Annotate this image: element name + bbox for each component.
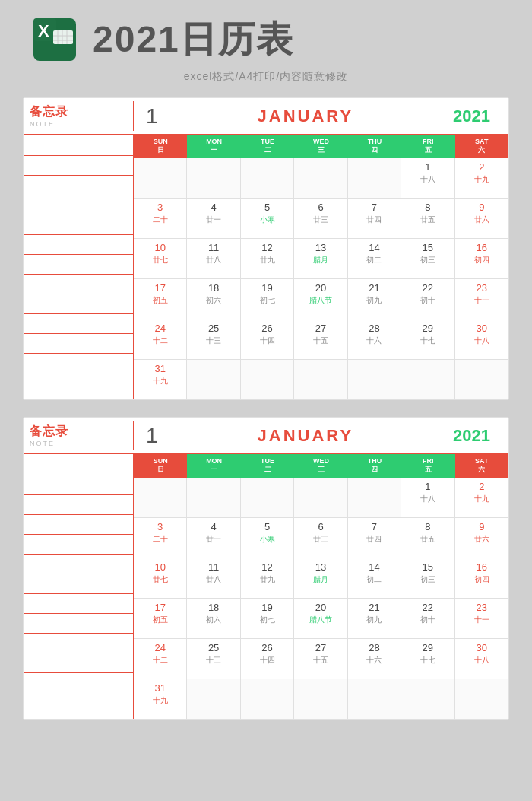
day-cell: 23十一 <box>455 279 508 319</box>
day-cn-label: 十五 <box>313 335 328 346</box>
day-cn-label: 二十 <box>153 534 168 545</box>
day-cell: 17初五 <box>134 279 187 319</box>
day-number: 16 <box>477 561 487 573</box>
day-number: 12 <box>261 561 272 573</box>
day-number: 13 <box>315 242 326 253</box>
day-cell: 24十二 <box>134 319 187 359</box>
day-cell <box>241 158 294 198</box>
day-cell: 5小寒 <box>241 518 294 558</box>
day-cell: 12廿九 <box>241 558 294 598</box>
cal-top-2: 备忘录 NOTE 1 JANUARY 2021 <box>24 418 508 454</box>
day-cell <box>455 360 508 399</box>
note-line <box>24 156 133 176</box>
day-number: 29 <box>423 642 433 653</box>
day-cell: 3二十 <box>134 518 187 558</box>
day-cn-label: 廿一 <box>206 215 221 225</box>
day-cell: 9廿六 <box>455 518 508 558</box>
weeks-container-2: 1十八2十九3二十4廿一5小寒6廿三7廿四8廿五9廿六10廿七11廿八12廿九1… <box>134 478 508 719</box>
day-number: 4 <box>211 521 217 532</box>
day-header-sat: SAT六 <box>455 135 508 158</box>
week-row: 24十二25十三26十四27十五28十六29十七30十八 <box>134 319 508 360</box>
day-cell: 15初三 <box>401 558 454 598</box>
day-cn-label: 十八 <box>420 494 435 504</box>
week-row: 31十九 <box>134 360 508 399</box>
day-cell <box>187 679 240 719</box>
note-section-2: 备忘录 NOTE <box>24 421 134 450</box>
day-cell: 29十七 <box>401 639 454 679</box>
day-cell: 28十六 <box>348 319 401 359</box>
day-cn-label: 十六 <box>366 655 382 666</box>
day-header-tue-2: TUE二 <box>241 454 294 478</box>
day-cn-label: 十三 <box>206 655 221 666</box>
day-number: 5 <box>264 202 270 213</box>
day-cell: 1十八 <box>401 478 454 517</box>
day-number: 28 <box>369 323 379 334</box>
day-number: 27 <box>315 323 326 334</box>
page-header: X 2021日历表 <box>30 15 294 64</box>
day-cell: 28十六 <box>348 639 401 679</box>
day-number: 16 <box>477 242 487 253</box>
day-cn-label: 廿三 <box>313 534 328 545</box>
day-number: 11 <box>208 242 219 253</box>
day-headers-2: SUN日 MON一 TUE二 WED三 THU四 FRI五 SA <box>134 454 508 478</box>
day-cn-label: 廿八 <box>206 255 221 265</box>
day-cell: 25十三 <box>187 319 240 359</box>
day-cn-label: 腊月 <box>313 255 328 265</box>
page-title: 2021日历表 <box>93 15 294 64</box>
day-cell <box>348 679 401 719</box>
day-cn-label: 十五 <box>313 655 328 666</box>
day-cn-label: 十一 <box>474 295 489 306</box>
day-header-sat-2: SAT六 <box>455 454 508 478</box>
day-cn-label: 十三 <box>206 335 221 346</box>
day-cn-label: 廿四 <box>366 215 382 225</box>
day-cell: 13腊月 <box>294 239 347 278</box>
day-cell <box>294 360 347 399</box>
day-cn-label: 腊八节 <box>309 295 332 306</box>
day-number: 26 <box>261 642 272 653</box>
day-cell: 7廿四 <box>348 518 401 558</box>
day-cell: 7廿四 <box>348 199 401 238</box>
day-header-wed-2: WED三 <box>294 454 347 478</box>
day-header-wed: WED三 <box>294 135 347 158</box>
week-row: 3二十4廿一5小寒6廿三7廿四8廿五9廿六 <box>134 199 508 239</box>
day-cell <box>401 679 454 719</box>
svg-rect-3 <box>53 30 73 44</box>
cal-year-2: 2021 <box>453 426 490 446</box>
cal-body-2: SUN日 MON一 TUE二 WED三 THU四 FRI五 SA <box>24 454 508 719</box>
note-subtitle-2: NOTE <box>30 440 127 447</box>
day-number: 31 <box>154 363 165 374</box>
note-line <box>24 475 133 495</box>
week-row: 17初五18初六19初七20腊八节21初九22初十23十一 <box>134 599 508 639</box>
day-number: 19 <box>261 282 272 294</box>
day-number: 10 <box>154 242 165 253</box>
note-line <box>24 535 133 555</box>
day-number: 30 <box>477 323 487 334</box>
day-cn-label: 十九 <box>474 174 489 185</box>
day-cell: 21初九 <box>348 599 401 638</box>
cal-year-1: 2021 <box>453 106 490 126</box>
day-number: 20 <box>315 602 326 613</box>
day-cn-label: 廿六 <box>474 534 489 545</box>
day-number: 20 <box>315 282 326 294</box>
day-header-fri: FRI五 <box>401 135 454 158</box>
note-line <box>24 334 133 354</box>
day-cn-label: 十七 <box>420 655 435 666</box>
day-number: 15 <box>423 561 433 573</box>
day-cn-label: 十九 <box>153 376 168 386</box>
note-line <box>24 354 133 373</box>
day-header-tue: TUE二 <box>241 135 294 158</box>
cal-header-info-2: 1 JANUARY 2021 <box>134 424 502 448</box>
note-lines-1 <box>24 135 134 399</box>
day-cell: 8廿五 <box>401 518 454 558</box>
note-line <box>24 275 133 294</box>
day-cell <box>294 158 347 198</box>
day-cn-label: 廿九 <box>260 255 275 265</box>
day-number: 10 <box>154 561 165 573</box>
day-cn-label: 十二 <box>153 655 168 666</box>
day-cell: 4廿一 <box>187 518 240 558</box>
note-line <box>24 235 133 255</box>
day-number: 3 <box>157 202 163 213</box>
day-header-sun-2: SUN日 <box>134 454 187 478</box>
day-number: 30 <box>477 642 487 653</box>
week-row: 1十八2十九 <box>134 158 508 199</box>
